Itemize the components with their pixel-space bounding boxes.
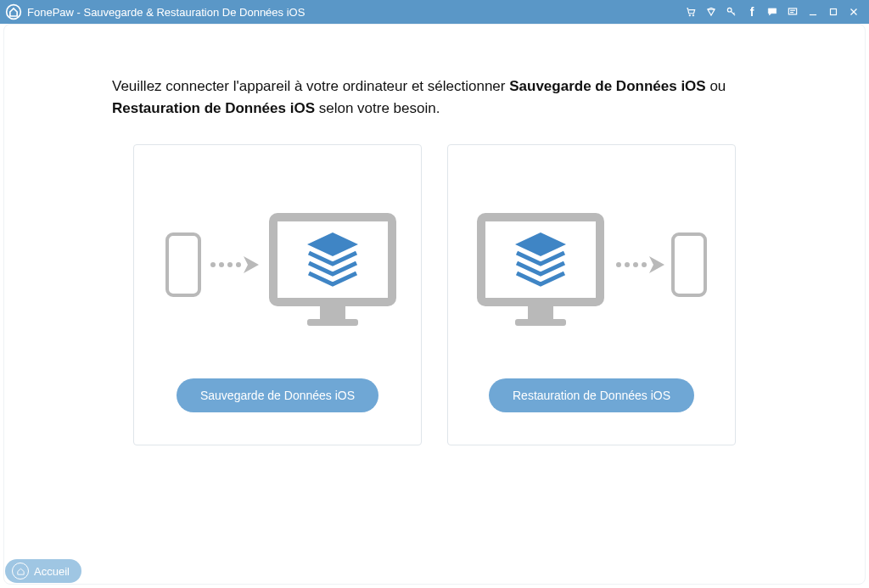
backup-card: Sauvegarde de Données iOS [133,144,422,445]
svg-point-24 [616,262,621,267]
svg-point-27 [642,262,647,267]
instruction-suffix: selon votre besoin. [315,100,440,116]
instruction-bold-backup: Sauvegarde de Données iOS [509,78,705,94]
svg-point-2 [692,14,694,16]
cart-icon[interactable] [682,3,699,20]
instruction-text: Veuillez connecter l'appareil à votre or… [112,76,757,119]
instruction-mid: ou [706,78,726,94]
restore-card: Restauration de Données iOS [447,144,736,445]
svg-point-1 [689,14,691,16]
backup-illustration [134,192,421,336]
svg-point-25 [625,262,630,267]
maximize-button[interactable] [825,3,842,20]
svg-point-12 [210,262,216,267]
home-label: Accueil [34,565,70,578]
home-icon [12,563,29,580]
instruction-bold-restore: Restauration de Données iOS [112,100,315,116]
svg-point-15 [236,262,241,267]
svg-point-13 [219,262,224,267]
restore-button[interactable]: Restauration de Données iOS [489,378,694,412]
app-logo-icon [5,3,22,20]
backup-button[interactable]: Sauvegarde de Données iOS [177,378,378,412]
diamond-icon[interactable] [703,3,720,20]
svg-rect-22 [528,306,553,319]
svg-rect-23 [515,319,566,326]
chat-icon[interactable] [764,3,781,20]
minimize-button[interactable] [805,3,821,20]
key-icon[interactable] [723,3,740,20]
svg-point-14 [227,262,233,267]
facebook-icon[interactable]: f [743,3,760,20]
svg-rect-18 [320,306,345,319]
svg-point-26 [633,262,638,267]
svg-rect-11 [167,234,199,295]
feedback-icon[interactable] [784,3,801,20]
option-cards: Sauvegarde de Données iOS [55,144,814,445]
svg-rect-4 [788,8,796,14]
svg-point-3 [727,8,732,12]
title-bar: FonePaw - Sauvegarde & Restauration De D… [0,0,869,24]
window-title: FonePaw - Sauvegarde & Restauration De D… [27,6,305,19]
svg-rect-28 [673,234,705,295]
instruction-prefix: Veuillez connecter l'appareil à votre or… [112,78,509,94]
home-button[interactable]: Accueil [5,559,81,583]
close-button[interactable] [845,3,862,20]
svg-rect-8 [831,9,837,15]
svg-rect-19 [307,319,358,326]
restore-illustration [448,192,735,336]
main-panel: Veuillez connecter l'appareil à votre or… [3,24,866,585]
